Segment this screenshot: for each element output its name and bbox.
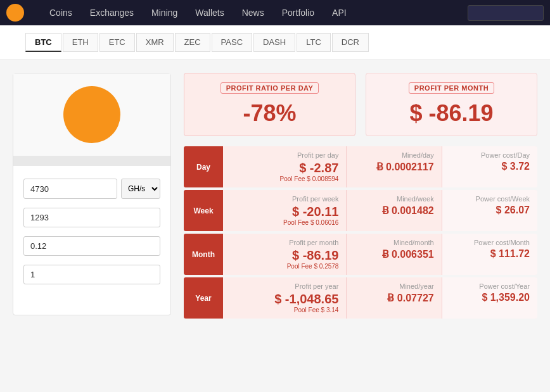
data-rows: Day Profit per day $ -2.87 Pool Fee $ 0.… (184, 146, 537, 319)
logo-icon (6, 4, 24, 22)
nav-link-exchanges[interactable]: Exchanges (81, 0, 143, 25)
hashing-power-unit[interactable]: GH/s TH/s MH/s (121, 179, 160, 199)
profit-cell-week: Profit per week $ -20.11 Pool Fee $ 0.06… (223, 190, 347, 231)
profit-card-label-1: PROFIT PER MONTH (409, 82, 494, 94)
profit-label-week: Profit per week (231, 195, 338, 203)
profit-card-value-0: -78% (196, 100, 343, 127)
hashing-power-row: GH/s TH/s MH/s (23, 179, 160, 199)
power-label-year: Power cost/Year (450, 282, 530, 290)
mined-cell-month: Mined/month Ƀ 0.006351 (347, 234, 442, 275)
cells-month: Profit per month $ -86.19 Pool Fee $ 0.2… (223, 234, 537, 275)
power-value-week: $ 26.07 (450, 205, 530, 216)
calculated-for (13, 156, 170, 166)
currency-tab-btc[interactable]: BTC (25, 33, 61, 52)
profit-label-year: Profit per year (231, 282, 338, 290)
currency-tab-zec[interactable]: ZEC (175, 33, 210, 52)
period-label-week: Week (184, 190, 223, 231)
cells-day: Profit per day $ -2.87 Pool Fee $ 0.0085… (223, 146, 537, 187)
currency-tabs: BTCETHETCXMRZECPASCDASHLTCDCR (25, 33, 369, 52)
pool-fee-year: Pool Fee $ 3.14 (231, 307, 338, 313)
left-form: GH/s TH/s MH/s (13, 166, 170, 302)
mined-label-year: Mined/year (354, 282, 433, 290)
power-value-day: $ 3.72 (450, 161, 530, 172)
nav-link-wallets[interactable]: Wallets (186, 0, 233, 25)
currency-tab-ltc[interactable]: LTC (297, 33, 331, 52)
power-label-day: Power cost/Day (450, 151, 530, 159)
logo[interactable] (6, 4, 28, 22)
power-label-week: Power cost/Week (450, 195, 530, 203)
period-label-day: Day (184, 146, 223, 187)
power-value-month: $ 111.72 (450, 248, 530, 260)
period-label-year: Year (184, 277, 223, 319)
nav-link-coins[interactable]: Coins (41, 0, 81, 25)
mined-value-week: Ƀ 0.001482 (354, 205, 433, 217)
power-cell-week: Power cost/Week $ 26.07 (442, 190, 537, 231)
currency-tab-eth[interactable]: ETH (63, 33, 98, 52)
profit-value-year: $ -1,048.65 (231, 292, 338, 307)
currency-tab-dash[interactable]: DASH (253, 33, 295, 52)
currency-header: BTCETHETCXMRZECPASCDASHLTCDCR (0, 25, 550, 60)
profit-card-label-0: PROFIT RATIO PER DAY (221, 82, 319, 94)
profit-cards: PROFIT RATIO PER DAY -78% PROFIT PER MON… (184, 73, 537, 136)
mined-cell-week: Mined/week Ƀ 0.001482 (347, 190, 442, 231)
power-cell-month: Power cost/Month $ 111.72 (442, 234, 537, 275)
mined-cell-year: Mined/year Ƀ 0.07727 (347, 277, 442, 319)
nav-link-api[interactable]: API (323, 0, 355, 25)
coin-icon-area (13, 73, 170, 156)
data-row-day: Day Profit per day $ -2.87 Pool Fee $ 0.… (184, 146, 537, 187)
search-input[interactable] (468, 5, 544, 21)
hashing-power-input[interactable] (23, 179, 117, 199)
power-cell-year: Power cost/Year $ 1,359.20 (442, 277, 537, 319)
data-row-year: Year Profit per year $ -1,048.65 Pool Fe… (184, 277, 537, 319)
mined-cell-day: Mined/day Ƀ 0.0002117 (347, 146, 442, 187)
mined-label-day: Mined/day (354, 151, 433, 159)
nav-link-portfolio[interactable]: Portfolio (273, 0, 323, 25)
currency-tab-dcr[interactable]: DCR (332, 33, 369, 52)
profit-cell-month: Profit per month $ -86.19 Pool Fee $ 0.2… (223, 234, 347, 275)
navbar: CoinsExchangesMiningWalletsNewsPortfolio… (0, 0, 550, 25)
power-consumption-input[interactable] (23, 208, 160, 227)
power-cell-day: Power cost/Day $ 3.72 (442, 146, 537, 187)
main-content: GH/s TH/s MH/s PROFIT (0, 60, 550, 334)
currency-tab-pasc[interactable]: PASC (212, 33, 252, 52)
profit-label-day: Profit per day (231, 151, 338, 159)
pool-fee-week: Pool Fee $ 0.06016 (231, 219, 338, 226)
btc-icon (63, 86, 120, 143)
power-consumption-group (23, 208, 160, 227)
currency-tab-etc[interactable]: ETC (99, 33, 135, 52)
data-row-month: Month Profit per month $ -86.19 Pool Fee… (184, 234, 537, 275)
pool-fee-month: Pool Fee $ 0.2578 (231, 263, 338, 270)
mined-value-day: Ƀ 0.0002117 (354, 161, 433, 173)
period-label-month: Month (184, 234, 223, 275)
cost-kwh-input[interactable] (23, 236, 160, 256)
profit-cell-day: Profit per day $ -2.87 Pool Fee $ 0.0085… (223, 146, 347, 187)
currency-tab-xmr[interactable]: XMR (136, 33, 174, 52)
pool-fee-input[interactable] (23, 265, 160, 284)
mined-value-month: Ƀ 0.006351 (354, 248, 433, 260)
nav-links: CoinsExchangesMiningWalletsNewsPortfolio… (41, 0, 468, 25)
mined-label-week: Mined/week (354, 195, 433, 203)
nav-link-news[interactable]: News (233, 0, 273, 25)
profit-value-week: $ -20.11 (231, 205, 338, 219)
nav-link-mining[interactable]: Mining (143, 0, 186, 25)
cost-kwh-group (23, 236, 160, 256)
nav-search-area (468, 5, 544, 21)
profit-label-month: Profit per month (231, 239, 338, 246)
cells-year: Profit per year $ -1,048.65 Pool Fee $ 3… (223, 277, 537, 319)
power-value-year: $ 1,359.20 (450, 292, 530, 303)
mined-label-month: Mined/month (354, 239, 433, 246)
profit-cell-year: Profit per year $ -1,048.65 Pool Fee $ 3… (223, 277, 347, 319)
pool-fee-day: Pool Fee $ 0.008594 (231, 175, 338, 182)
data-row-week: Week Profit per week $ -20.11 Pool Fee $… (184, 190, 537, 231)
profit-value-month: $ -86.19 (231, 248, 338, 263)
hashing-power-group: GH/s TH/s MH/s (23, 179, 160, 199)
power-label-month: Power cost/Month (450, 239, 530, 246)
left-panel: GH/s TH/s MH/s (13, 73, 171, 315)
cells-week: Profit per week $ -20.11 Pool Fee $ 0.06… (223, 190, 537, 231)
profit-card-value-1: $ -86.19 (378, 100, 525, 127)
profit-card-0: PROFIT RATIO PER DAY -78% (184, 73, 355, 136)
pool-fee-group (23, 265, 160, 284)
mined-value-year: Ƀ 0.07727 (354, 292, 433, 304)
right-panel: PROFIT RATIO PER DAY -78% PROFIT PER MON… (184, 73, 537, 321)
profit-value-day: $ -2.87 (231, 161, 338, 175)
